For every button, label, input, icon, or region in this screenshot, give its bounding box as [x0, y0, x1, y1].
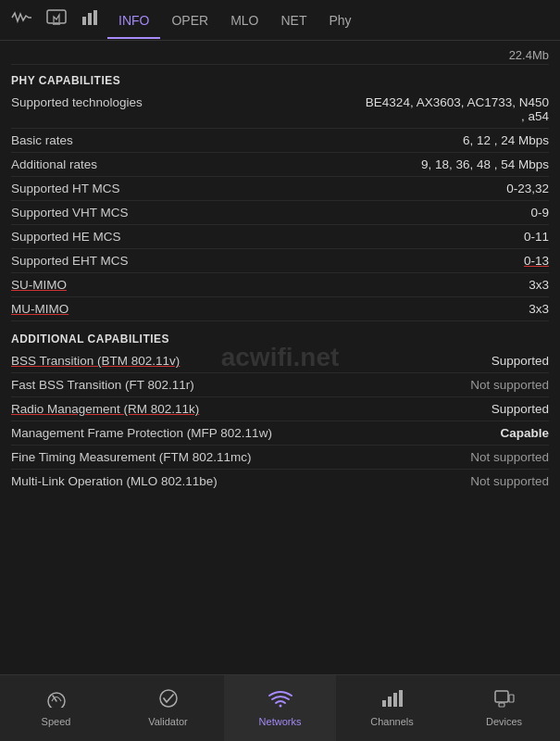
speed-tab-label: Speed	[42, 716, 71, 727]
value-su-mimo: 3x3	[529, 278, 549, 292]
row-mlo: Multi-Link Operation (MLO 802.11be) Not …	[11, 470, 549, 493]
value-ht-mcs: 0-23,32	[506, 182, 549, 195]
value-basic-rates: 6, 12 , 24 Mbps	[463, 133, 549, 147]
svg-rect-10	[399, 690, 403, 707]
devices-tab-label: Devices	[486, 716, 522, 727]
row-bss-transition: BSS Transition (BTM 802.11v) Supported	[11, 349, 549, 373]
svg-rect-11	[495, 691, 508, 702]
value-ftm: Not supported	[470, 450, 549, 464]
tab-oper[interactable]: OPER	[160, 2, 219, 39]
validator-tab-label: Validator	[148, 716, 188, 727]
svg-rect-8	[388, 697, 392, 707]
svg-rect-1	[82, 17, 86, 25]
svg-point-5	[160, 690, 177, 707]
devices-icon	[493, 689, 516, 712]
svg-rect-0	[47, 10, 66, 23]
row-supported-technologies: Supported technologies BE4324, AX3603, A…	[11, 91, 549, 129]
svg-rect-12	[499, 703, 504, 707]
bottom-navigation: Speed Validator Networks	[0, 674, 560, 741]
value-mlo: Not supported	[470, 474, 549, 488]
tab-phy[interactable]: Phy	[317, 2, 362, 39]
value-supported-technologies: BE4324, AX3603, AC1733, N450 , a54	[364, 95, 549, 123]
wifi-icon	[268, 689, 292, 712]
row-he-mcs: Supported HE MCS 0-11	[11, 225, 549, 249]
label-he-mcs: Supported HE MCS	[11, 230, 524, 244]
row-su-mimo: SU-MIMO 3x3	[11, 273, 549, 297]
networks-tab-label: Networks	[259, 716, 302, 727]
value-bss-transition: Supported	[492, 354, 549, 368]
tab-devices[interactable]: Devices	[448, 675, 560, 741]
tab-channels[interactable]: Channels	[336, 675, 448, 741]
tab-networks[interactable]: Networks	[224, 675, 336, 741]
value-eht-mcs: 0-13	[524, 254, 549, 268]
monitor-icon[interactable]	[39, 0, 74, 40]
row-mu-mimo: MU-MIMO 3x3	[11, 297, 549, 321]
row-vht-mcs: Supported VHT MCS 0-9	[11, 201, 549, 225]
svg-rect-9	[393, 693, 397, 707]
row-basic-rates: Basic rates 6, 12 , 24 Mbps	[11, 129, 549, 153]
bar-chart-icon[interactable]	[74, 0, 107, 40]
speed-icon	[45, 689, 68, 712]
label-ftm: Fine Timing Measurement (FTM 802.11mc)	[11, 450, 470, 464]
channels-tab-label: Channels	[370, 716, 413, 727]
content-area: acwifi.net 22.4Mb PHY CAPABILITIES Suppo…	[0, 41, 560, 674]
svg-rect-2	[88, 13, 92, 25]
partial-top-value: 22.4Mb	[11, 48, 549, 65]
row-radio-management: Radio Management (RM 802.11k) Supported	[11, 397, 549, 421]
svg-rect-3	[93, 10, 97, 25]
label-fast-bss: Fast BSS Transition (FT 802.11r)	[11, 378, 470, 392]
value-mfp: Capable	[500, 426, 549, 440]
label-radio-management: Radio Management (RM 802.11k)	[11, 402, 492, 416]
tab-mlo[interactable]: MLO	[219, 2, 269, 39]
channels-icon	[381, 689, 404, 712]
value-radio-management: Supported	[492, 402, 549, 416]
value-vht-mcs: 0-9	[530, 206, 549, 220]
label-su-mimo: SU-MIMO	[11, 278, 529, 292]
value-mu-mimo: 3x3	[529, 302, 549, 316]
tab-speed[interactable]: Speed	[0, 675, 112, 741]
tab-validator[interactable]: Validator	[112, 675, 224, 741]
row-mfp: Management Frame Protection (MFP 802.11w…	[11, 421, 549, 446]
label-additional-rates: Additional rates	[11, 157, 421, 171]
label-mu-mimo: MU-MIMO	[11, 302, 529, 316]
wave-icon[interactable]	[4, 0, 39, 40]
row-eht-mcs: Supported EHT MCS 0-13	[11, 249, 549, 273]
svg-point-6	[279, 705, 281, 708]
tab-net[interactable]: NET	[269, 2, 317, 39]
tab-info[interactable]: INFO	[107, 2, 160, 39]
row-additional-rates: Additional rates 9, 18, 36, 48 , 54 Mbps	[11, 153, 549, 177]
svg-rect-7	[382, 700, 386, 707]
row-ht-mcs: Supported HT MCS 0-23,32	[11, 177, 549, 201]
label-mlo: Multi-Link Operation (MLO 802.11be)	[11, 474, 470, 488]
label-ht-mcs: Supported HT MCS	[11, 182, 506, 195]
label-bss-transition: BSS Transition (BTM 802.11v)	[11, 354, 492, 368]
svg-rect-13	[509, 695, 514, 702]
label-mfp: Management Frame Protection (MFP 802.11w…	[11, 426, 500, 440]
value-additional-rates: 9, 18, 36, 48 , 54 Mbps	[421, 157, 549, 171]
row-ftm: Fine Timing Measurement (FTM 802.11mc) N…	[11, 446, 549, 470]
label-supported-technologies: Supported technologies	[11, 95, 364, 109]
phy-capabilities-header: PHY CAPABILITIES	[11, 74, 549, 87]
top-navigation: INFO OPER MLO NET Phy	[0, 0, 560, 41]
label-vht-mcs: Supported VHT MCS	[11, 206, 530, 220]
value-he-mcs: 0-11	[524, 230, 549, 244]
check-icon	[157, 689, 180, 712]
value-fast-bss: Not supported	[470, 378, 549, 392]
label-basic-rates: Basic rates	[11, 133, 463, 147]
label-eht-mcs: Supported EHT MCS	[11, 254, 524, 268]
additional-capabilities-header: ADDITIONAL CAPABILITIES	[11, 333, 549, 345]
row-fast-bss: Fast BSS Transition (FT 802.11r) Not sup…	[11, 373, 549, 397]
